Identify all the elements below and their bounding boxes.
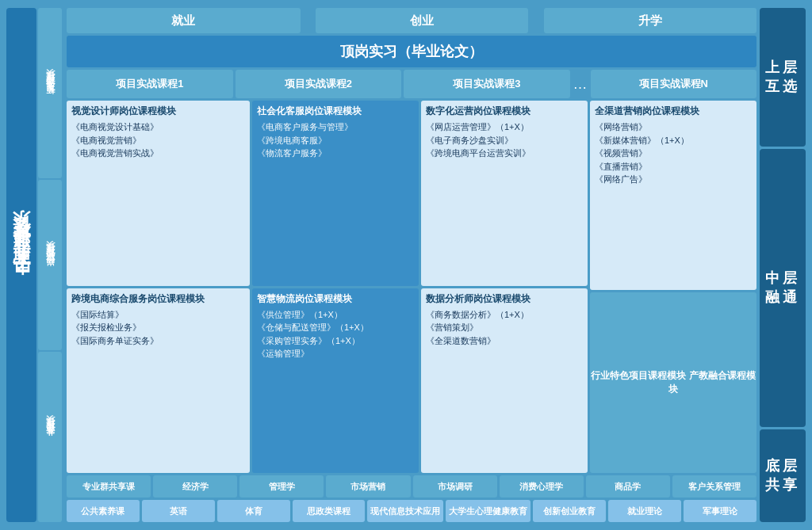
- module-customer-service: 社会化客服岗位课程模块 《电商客户服务与管理》 《跨境电商客服》 《物流客户服务…: [252, 101, 419, 286]
- br2-col6: 大学生心理健康教育: [446, 500, 530, 522]
- br2-col8: 就业理论: [608, 500, 681, 522]
- br1-col6: 消费心理学: [500, 475, 584, 498]
- br1-col8: 客户关系管理: [672, 475, 756, 498]
- sub-label-1: 拓展互选课程模块: [38, 8, 62, 178]
- internship-cell: 顶岗实习（毕业论文）: [67, 36, 756, 67]
- br1-col2: 经济学: [153, 475, 237, 498]
- middle-section: 视觉设计师岗位课程模块 《电商视觉设计基础》 《电商视觉营销》 《电商视觉营销实…: [67, 101, 756, 473]
- br2-col4: 思政类课程: [293, 500, 366, 522]
- project-n: 项目实战课程N: [591, 70, 757, 98]
- header-row: 就业 创业 升学: [67, 8, 756, 33]
- special-industry: 行业特色项目课程模块 产教融合课程模块: [590, 292, 756, 474]
- log-item1: 《供位管理》（1+X）: [257, 308, 414, 322]
- module-logistics: 智慧物流岗位课程模块 《供位管理》（1+X） 《仓储与配送管理》（1+X） 《采…: [252, 288, 419, 474]
- module-da-title: 数据分析师岗位课程模块: [426, 292, 583, 306]
- project-2: 项目实战课程2: [236, 70, 402, 98]
- br2-col2: 英语: [142, 500, 215, 522]
- module-visual-title: 视觉设计师岗位课程模块: [71, 105, 245, 118]
- mod2-item1: 《国际结算》: [71, 308, 245, 322]
- main-vertical-label: 电子商务专业群课程体系: [6, 8, 36, 522]
- left-sub-labels: 拓展互选课程模块 岗位核心课程模块 共享课程模块: [38, 8, 62, 522]
- br2-col5: 现代信息技术应用: [367, 500, 443, 522]
- module-visual-designer: 视觉设计师岗位课程模块 《电商视觉设计基础》 《电商视觉营销》 《电商视觉营销实…: [67, 101, 250, 286]
- project-3: 项目实战课程3: [404, 70, 570, 98]
- mod1-item1: 《电商视觉设计基础》: [71, 120, 245, 134]
- mod1-item2: 《电商视觉营销》: [71, 134, 245, 147]
- module-digital-ops: 数字化运营岗位课程模块 《网店运营管理》（1+X） 《电子商务沙盘实训》 《跨境…: [421, 101, 588, 286]
- br1-col7: 商品学: [586, 475, 670, 498]
- right-label-bottom: 底层共享: [760, 429, 806, 522]
- cs-item3: 《物流客户服务》: [257, 147, 414, 160]
- column-3: 数字化运营岗位课程模块 《网店运营管理》（1+X） 《电子商务沙盘实训》 《跨境…: [421, 101, 588, 473]
- right-label-middle: 中层融通: [760, 149, 806, 427]
- module-cross-border: 跨境电商综合服务岗位课程模块 《国际结算》 《报关报检业务》 《国际商务单证实务…: [67, 288, 250, 474]
- oc-item5: 《网络广告》: [595, 173, 752, 186]
- oc-item3: 《视频营销》: [595, 147, 752, 160]
- do-item1: 《网店运营管理》（1+X）: [426, 120, 583, 134]
- log-item4: 《运输管理》: [257, 347, 414, 360]
- br2-col9: 军事理论: [684, 500, 756, 522]
- header-startup: 创业: [316, 8, 528, 33]
- bottom-section: 专业群共享课 经济学 管理学 市场营销 市场调研 消费心理学 商品学 客户关系管…: [67, 475, 756, 522]
- module-log-title: 智慧物流岗位课程模块: [257, 292, 414, 306]
- left-labels: 电子商务专业群课程体系 拓展互选课程模块 岗位核心课程模块 共享课程模块: [6, 8, 63, 522]
- column-2: 社会化客服岗位课程模块 《电商客户服务与管理》 《跨境电商客服》 《物流客户服务…: [252, 101, 419, 473]
- da-item3: 《全渠道数营销》: [426, 334, 583, 348]
- br1-col4: 市场营销: [326, 475, 410, 498]
- module-oc-title: 全渠道营销岗位课程模块: [595, 105, 752, 118]
- module-cs-title: 社会化客服岗位课程模块: [257, 105, 414, 118]
- oc-item4: 《直播营销》: [595, 160, 752, 173]
- cs-item2: 《跨境电商客服》: [257, 134, 414, 147]
- sub-label-2: 岗位核心课程模块: [38, 180, 62, 350]
- log-item3: 《采购管理实务》（1+X）: [257, 334, 414, 348]
- br2-col1: 公共素养课: [67, 500, 140, 522]
- bottom-row-2: 公共素养课 英语 体育 思政类课程 现代信息技术应用 大学生心理健康教育 创新创…: [67, 500, 756, 522]
- bottom-row-1: 专业群共享课 经济学 管理学 市场营销 市场调研 消费心理学 商品学 客户关系管…: [67, 475, 756, 498]
- header-employment: 就业: [67, 8, 301, 33]
- column-4: 全渠道营销岗位课程模块 《网络营销》 《新媒体营销》（1+X） 《视频营销》 《…: [590, 101, 756, 473]
- internship-row: 顶岗实习（毕业论文）: [67, 36, 756, 67]
- da-item2: 《营销策划》: [426, 321, 583, 334]
- br2-col7: 创新创业教育: [533, 500, 606, 522]
- main-content-area: 就业 创业 升学 顶岗实习（毕业论文） 项目实战课程1 项目实战课程2 项目实战…: [67, 8, 756, 522]
- mod2-item2: 《报关报检业务》: [71, 321, 245, 334]
- da-item1: 《商务数据分析》（1+X）: [426, 308, 583, 322]
- right-labels: 上层互选 中层融通 底层共享: [760, 8, 806, 522]
- sub-label-3: 共享课程模块: [38, 352, 62, 522]
- do-item2: 《电子商务沙盘实训》: [426, 134, 583, 147]
- project-dots: …: [573, 70, 588, 98]
- mod1-item3: 《电商视觉营销实战》: [71, 147, 245, 160]
- log-item2: 《仓储与配送管理》（1+X）: [257, 321, 414, 334]
- module-do-title: 数字化运营岗位课程模块: [426, 105, 583, 118]
- br1-col5: 市场调研: [413, 475, 497, 498]
- oc-item1: 《网络营销》: [595, 120, 752, 134]
- module-cross-title: 跨境电商综合服务岗位课程模块: [71, 292, 245, 306]
- oc-item2: 《新媒体营销》（1+X）: [595, 134, 752, 147]
- right-label-top: 上层互选: [760, 8, 806, 147]
- header-study: 升学: [544, 8, 756, 33]
- mod2-item3: 《国际商务单证实务》: [71, 334, 245, 348]
- cs-item1: 《电商客户服务与管理》: [257, 120, 414, 134]
- project-1: 项目实战课程1: [67, 70, 233, 98]
- br1-col3: 管理学: [239, 475, 324, 498]
- do-item3: 《跨境电商平台运营实训》: [426, 147, 583, 160]
- main-container: 电子商务专业群课程体系 拓展互选课程模块 岗位核心课程模块 共享课程模块 就业 …: [0, 0, 812, 530]
- module-data-analyst: 数据分析师岗位课程模块 《商务数据分析》（1+X） 《营销策划》 《全渠道数营销…: [421, 288, 588, 474]
- br2-col3: 体育: [217, 500, 290, 522]
- project-row: 项目实战课程1 项目实战课程2 项目实战课程3 … 项目实战课程N: [67, 70, 756, 98]
- module-omnichannel: 全渠道营销岗位课程模块 《网络营销》 《新媒体营销》（1+X） 《视频营销》 《…: [590, 101, 756, 290]
- br1-col1: 专业群共享课: [67, 475, 151, 498]
- column-1: 视觉设计师岗位课程模块 《电商视觉设计基础》 《电商视觉营销》 《电商视觉营销实…: [67, 101, 250, 473]
